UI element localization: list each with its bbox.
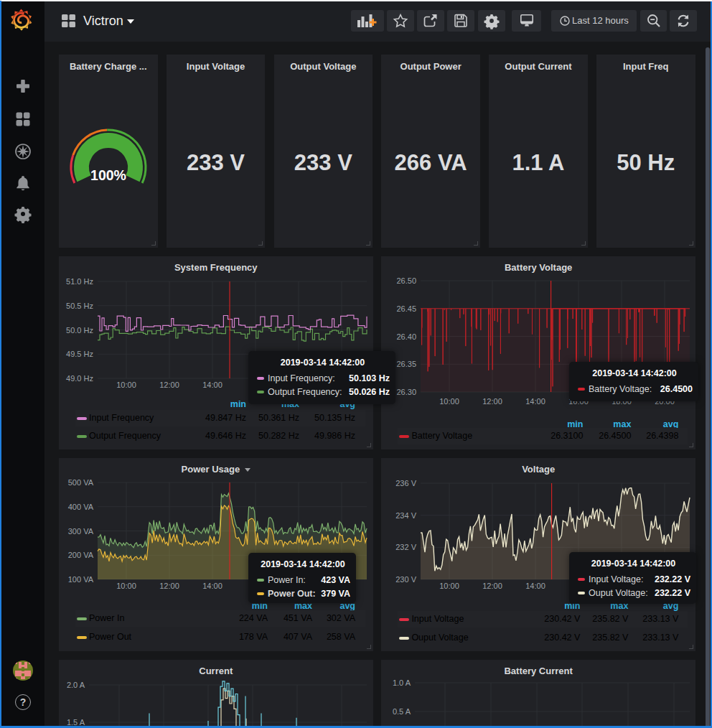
svg-text:26.50: 26.50: [397, 276, 417, 285]
svg-text:26.40: 26.40: [397, 332, 417, 341]
svg-text:49.0 Hz: 49.0 Hz: [66, 374, 93, 383]
svg-text:12:00: 12:00: [483, 397, 503, 406]
svg-text:1.0 A: 1.0 A: [393, 678, 411, 687]
svg-text:14:00: 14:00: [202, 582, 222, 590]
svg-text:10:00: 10:00: [116, 381, 136, 389]
svg-text:50.0 Hz: 50.0 Hz: [66, 326, 93, 335]
svg-text:12:00: 12:00: [159, 381, 179, 389]
svg-text:14:00: 14:00: [526, 582, 546, 590]
svg-text:100%: 100%: [90, 167, 126, 183]
svg-text:12:00: 12:00: [483, 582, 503, 590]
svg-text:300 VA: 300 VA: [68, 527, 94, 536]
svg-text:2.0 A: 2.0 A: [67, 681, 85, 689]
svg-text:500 VA: 500 VA: [68, 478, 94, 487]
svg-text:10:00: 10:00: [440, 397, 460, 406]
svg-text:49.5 Hz: 49.5 Hz: [66, 350, 93, 358]
svg-text:230 V: 230 V: [396, 575, 417, 584]
svg-text:50.5 Hz: 50.5 Hz: [66, 302, 93, 310]
svg-text:10:00: 10:00: [116, 582, 136, 590]
svg-text:200 VA: 200 VA: [68, 551, 94, 559]
svg-text:234 V: 234 V: [396, 511, 417, 520]
svg-text:26.45: 26.45: [397, 304, 417, 313]
svg-text:400 VA: 400 VA: [68, 503, 94, 511]
svg-text:14:00: 14:00: [526, 397, 546, 406]
svg-text:236 V: 236 V: [396, 479, 417, 487]
svg-text:14:00: 14:00: [202, 381, 222, 389]
svg-text:0.5 A: 0.5 A: [393, 707, 411, 716]
svg-text:100 VA: 100 VA: [68, 575, 94, 584]
svg-text:232 V: 232 V: [396, 543, 417, 551]
svg-text:12:00: 12:00: [159, 582, 179, 590]
svg-text:26.30: 26.30: [397, 388, 417, 396]
svg-text:26.35: 26.35: [397, 360, 417, 368]
svg-text:51.0 Hz: 51.0 Hz: [66, 277, 93, 286]
svg-text:10:00: 10:00: [440, 582, 460, 590]
